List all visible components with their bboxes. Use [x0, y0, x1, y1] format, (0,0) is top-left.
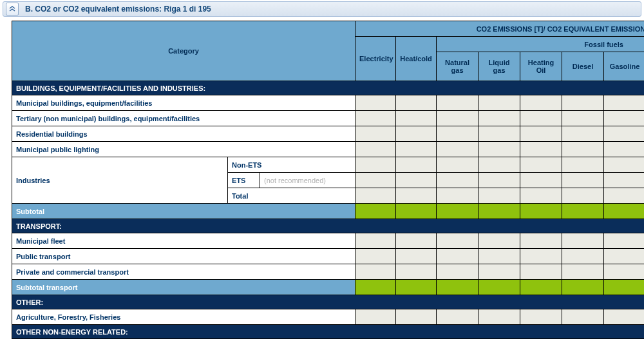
row-industries-label: Industries — [12, 157, 228, 204]
cell[interactable] — [437, 173, 478, 188]
cell[interactable] — [520, 249, 562, 264]
row-municipal-bldg: Municipal buildings, equipment/facilitie… — [12, 95, 645, 111]
cell[interactable] — [604, 264, 644, 280]
cell[interactable] — [520, 173, 562, 188]
window: B. CO2 or CO2 equivalent emissions: Riga… — [0, 0, 644, 341]
cell[interactable] — [604, 233, 644, 249]
cell[interactable] — [396, 264, 437, 280]
cell[interactable] — [396, 95, 437, 111]
cell[interactable] — [562, 264, 604, 280]
cell[interactable] — [562, 173, 604, 188]
cell[interactable] — [478, 264, 520, 280]
cell[interactable] — [478, 126, 520, 142]
col-diesel: Diesel — [562, 52, 604, 81]
cell[interactable] — [396, 188, 437, 204]
cell[interactable] — [520, 142, 562, 157]
cell[interactable] — [562, 188, 604, 204]
cell[interactable] — [478, 95, 520, 111]
cell[interactable] — [520, 233, 562, 249]
cell[interactable] — [604, 142, 644, 157]
row-public-lighting: Municipal public lighting — [12, 142, 645, 157]
cell[interactable] — [604, 111, 644, 126]
cell[interactable] — [355, 157, 396, 173]
cell[interactable] — [520, 157, 562, 173]
cell[interactable] — [437, 188, 478, 204]
cell[interactable] — [437, 264, 478, 280]
cell[interactable] — [520, 95, 562, 111]
section-transport: TRANSPORT: — [12, 219, 645, 233]
cell[interactable] — [604, 95, 644, 111]
cell[interactable] — [520, 309, 562, 325]
cell[interactable] — [478, 111, 520, 126]
cell[interactable] — [437, 95, 478, 111]
cell[interactable] — [396, 157, 437, 173]
cell[interactable] — [520, 188, 562, 204]
cell[interactable] — [520, 111, 562, 126]
cell[interactable] — [437, 157, 478, 173]
cell[interactable] — [478, 142, 520, 157]
row-industries-non-ets: Industries Non-ETS — [12, 157, 645, 173]
cell[interactable] — [520, 126, 562, 142]
cell[interactable] — [604, 188, 644, 204]
row-public-transport: Public transport — [12, 249, 645, 264]
cell[interactable] — [604, 126, 644, 142]
cell[interactable] — [478, 188, 520, 204]
cell[interactable] — [478, 157, 520, 173]
cell[interactable] — [562, 95, 604, 111]
cell[interactable] — [355, 142, 396, 157]
cell — [604, 204, 644, 219]
cell[interactable] — [478, 233, 520, 249]
cell[interactable] — [562, 157, 604, 173]
cell[interactable] — [437, 126, 478, 142]
cell[interactable] — [355, 173, 396, 188]
row-label: Municipal fleet — [12, 233, 355, 249]
cell[interactable] — [437, 142, 478, 157]
cell[interactable] — [604, 157, 644, 173]
section-other-non-energy-rest — [355, 325, 644, 339]
cell[interactable] — [478, 309, 520, 325]
cell[interactable] — [437, 233, 478, 249]
cell[interactable] — [562, 233, 604, 249]
cell[interactable] — [478, 173, 520, 188]
cell[interactable] — [396, 173, 437, 188]
cell[interactable] — [396, 111, 437, 126]
cell — [520, 204, 562, 219]
cell[interactable] — [562, 126, 604, 142]
cell[interactable] — [355, 111, 396, 126]
cell[interactable] — [396, 126, 437, 142]
cell[interactable] — [604, 309, 644, 325]
cell[interactable] — [562, 309, 604, 325]
cell[interactable] — [437, 111, 478, 126]
cell[interactable] — [355, 309, 396, 325]
cell[interactable] — [396, 309, 437, 325]
cell[interactable] — [396, 142, 437, 157]
cell[interactable] — [437, 249, 478, 264]
cell[interactable] — [396, 249, 437, 264]
cell — [478, 280, 520, 295]
collapse-button[interactable] — [6, 3, 19, 15]
cell[interactable] — [520, 264, 562, 280]
cell[interactable] — [437, 309, 478, 325]
cell[interactable] — [355, 188, 396, 204]
section-buildings: BUILDINGS, EQUIPMENT/FACILITIES AND INDU… — [12, 81, 645, 95]
cell[interactable] — [562, 249, 604, 264]
row-ets-hint: (not recommended) — [260, 173, 355, 188]
cell[interactable] — [355, 95, 396, 111]
cell[interactable] — [355, 264, 396, 280]
cell[interactable] — [604, 249, 644, 264]
cell[interactable] — [355, 233, 396, 249]
cell — [478, 204, 520, 219]
cell[interactable] — [604, 173, 644, 188]
cell[interactable] — [562, 111, 604, 126]
col-category: Category — [12, 21, 355, 81]
cell — [355, 204, 396, 219]
cell[interactable] — [562, 142, 604, 157]
section-other: OTHER: — [12, 295, 645, 309]
row-subtotal-transport: Subtotal transport — [12, 280, 645, 295]
cell[interactable] — [478, 249, 520, 264]
cell[interactable] — [355, 249, 396, 264]
cell[interactable] — [355, 126, 396, 142]
cell — [520, 280, 562, 295]
cell[interactable] — [396, 233, 437, 249]
panel-title: B. CO2 or CO2 equivalent emissions: Riga… — [25, 5, 211, 14]
